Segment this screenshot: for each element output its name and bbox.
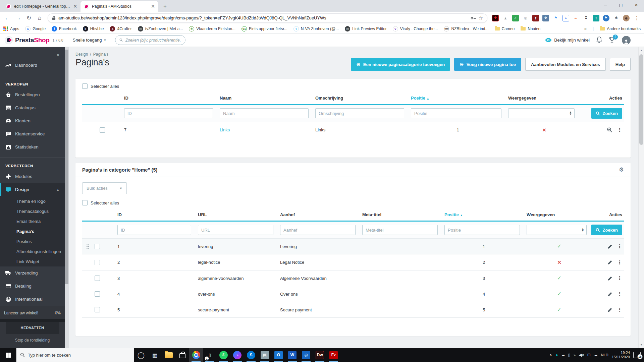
filter-omschrijving-input[interactable] <box>315 108 404 118</box>
weergegeven-filter-select[interactable]: ▲▼ <box>508 108 575 118</box>
displayed-status-icon[interactable]: ✓ <box>557 307 561 312</box>
taskbar-file-explorer[interactable] <box>162 348 175 362</box>
browser-menu-icon[interactable]: ⋮ <box>632 15 641 21</box>
sidebar-item-catalogus[interactable]: Catalogus <box>0 101 65 114</box>
rings-extension[interactable]: ◎ <box>522 15 529 21</box>
row-checkbox[interactable] <box>95 260 100 265</box>
sidebar-scroll-thumb[interactable] <box>65 50 68 284</box>
help-button[interactable]: Help <box>610 58 631 71</box>
scroll-thumb[interactable] <box>639 54 643 145</box>
admin-search-input[interactable]: Zoeken (bijv. productreferentie, klantna <box>115 35 185 45</box>
sidebar-item-verzending[interactable]: Verzending <box>0 266 65 280</box>
subitem-themacatalogus[interactable]: Themacatalogus <box>0 206 65 216</box>
bookmark-item[interactable]: Cameo <box>495 26 515 31</box>
edit-pencil-icon[interactable] <box>607 276 612 281</box>
taskbar-your-phone[interactable]: ▯1 <box>203 348 217 362</box>
page-scrollbar[interactable]: ▲ ▼ <box>638 47 644 348</box>
taskbar-microsoft-store[interactable] <box>175 348 189 362</box>
page-row[interactable]: 4over-onsOver ons4✓⋮ <box>82 286 624 302</box>
bookmark-item[interactable]: Naaien <box>521 26 540 31</box>
subitem-thema-en-logo[interactable]: Thema en logo <box>0 196 65 206</box>
col-weergegeven[interactable]: Weergegeven <box>525 209 594 221</box>
back-icon[interactable]: ← <box>3 13 12 23</box>
bookmark-item[interactable]: VViraly - Change the... <box>393 26 438 32</box>
filter-url-input[interactable] <box>198 225 273 235</box>
bookmark-item[interactable]: ◎Link Preview Editor <box>345 26 387 32</box>
row-menu-icon[interactable]: ⋮ <box>617 307 622 313</box>
col-omschrijving[interactable]: Omschrijving <box>314 92 409 105</box>
row-checkbox[interactable] <box>95 276 100 281</box>
drive-extension[interactable]: ▲ <box>502 15 509 21</box>
row-checkbox[interactable] <box>95 244 100 249</box>
puzzle-extension[interactable]: ❖ <box>542 15 549 21</box>
quick-access-dropdown[interactable]: Snelle toegang▼ <box>73 38 107 43</box>
row-checkbox[interactable] <box>100 127 105 133</box>
infinity-extension[interactable]: ∞ <box>573 15 579 21</box>
col-positie-sorted[interactable]: Positie ▲ <box>443 209 525 221</box>
browser-tab-1[interactable]: edit Homepage - General topics ✕ <box>3 1 80 12</box>
filter-id-input[interactable] <box>117 225 191 235</box>
select-all-checkbox[interactable] <box>82 83 88 89</box>
account-avatar[interactable] <box>622 36 631 45</box>
row-checkbox[interactable] <box>95 291 100 297</box>
flash-extension[interactable]: f <box>532 15 539 21</box>
displayed-status-icon[interactable]: ✓ <box>557 243 561 249</box>
onedrive-icon[interactable]: ☁ <box>594 353 598 357</box>
breadcrumb-design[interactable]: Design <box>75 52 88 57</box>
grid-icon[interactable]: ⊞ <box>587 353 591 357</box>
profile-avatar[interactable]: ☻ <box>623 15 630 21</box>
tab-close-icon[interactable]: ✕ <box>73 4 77 9</box>
page-row[interactable]: 2legal-noticeLegal Notice2×⋮ <box>82 254 624 270</box>
taskbar-dreamweaver[interactable]: Dw <box>313 348 327 362</box>
address-bar[interactable]: am-studios.be/webshop/admin123/index.php… <box>48 13 487 23</box>
col-aanhef[interactable]: Aanhef <box>278 209 361 221</box>
taskbar-word[interactable]: W <box>285 348 299 362</box>
refresh-icon[interactable]: ↻ <box>24 13 34 23</box>
sidebar-item-dashboard[interactable]: Dashboard <box>0 59 65 72</box>
bookmark-item[interactable]: fFacebook <box>52 26 77 32</box>
forward-icon[interactable]: → <box>13 13 23 23</box>
recommended-modules-button[interactable]: Aanbevolen Modules en Services <box>525 58 606 71</box>
displayed-status-icon[interactable]: × <box>557 259 561 266</box>
categories-search-button[interactable]: Zoeken <box>591 108 622 119</box>
filter-positie-input[interactable] <box>411 108 501 118</box>
zoom-in-icon[interactable] <box>607 127 612 133</box>
dark-puzzle-extension[interactable]: ✱ <box>613 15 620 21</box>
col-meta-titel[interactable]: Meta-titel <box>361 209 443 221</box>
filter-id-input[interactable] <box>124 108 213 118</box>
sidebar-item-bestellingen[interactable]: Bestellingen <box>0 88 65 101</box>
view-shop-link[interactable]: Bekijk mijn winkel <box>545 38 590 43</box>
bulk-actions-dropdown[interactable]: Bulk acties▼ <box>82 182 127 194</box>
col-id[interactable]: ID <box>122 92 218 105</box>
select-all-checkbox[interactable] <box>82 200 88 205</box>
bookmark-item[interactable]: bHbvl.be <box>83 26 104 32</box>
taskbar-search-input[interactable]: Typ hier om te zoeken <box>16 348 134 362</box>
other-bookmarks-folder[interactable]: Andere bookmarks <box>600 26 641 31</box>
key-icon[interactable] <box>471 16 476 20</box>
minimize-button[interactable]: ─ <box>598 0 613 10</box>
stop-tour-link[interactable]: Stop de rondleiding <box>0 334 65 348</box>
sidebar-scrollbar[interactable] <box>65 47 69 348</box>
col-url[interactable]: URL <box>196 209 278 221</box>
bookmark-item[interactable]: 44Crafter <box>110 26 131 32</box>
col-positie-sorted[interactable]: Positie ▲ <box>409 92 506 105</box>
subitem-afbeeldingsinstellingen[interactable]: Afbeeldingsinstellingen <box>0 246 65 256</box>
subitem-email-thema[interactable]: Email thema <box>0 216 65 226</box>
row-checkbox[interactable] <box>95 307 100 312</box>
browser-tab-2-active[interactable]: Pagina's • AM-Studios ✕ <box>80 1 158 12</box>
col-weergegeven[interactable]: Weergegeven <box>506 92 582 105</box>
add-page-category-button[interactable]: ⊕ Een nieuwe paginacategorie toevoegen <box>351 58 450 71</box>
sidebar-item-betaling[interactable]: Betaling <box>0 280 65 293</box>
cortana-icon[interactable]: ◯ <box>134 348 148 362</box>
taskbar-chrome[interactable] <box>189 348 203 362</box>
sidebar-item-klanten[interactable]: Klanten <box>0 114 65 127</box>
displayed-status-icon[interactable]: × <box>542 126 546 133</box>
page-row[interactable]: 1leveringLevering1✓⋮ <box>82 239 624 254</box>
filter-naam-input[interactable] <box>220 108 309 118</box>
drag-handle-icon[interactable] <box>87 244 89 249</box>
edit-pencil-icon[interactable] <box>607 244 612 249</box>
battery-icon[interactable]: ▯ <box>568 353 571 357</box>
taskbar-outlook[interactable]: O <box>272 348 285 362</box>
bookmark-item[interactable]: 01Fiets app voor fietsr... <box>241 26 287 32</box>
edit-pencil-icon[interactable] <box>607 307 612 312</box>
